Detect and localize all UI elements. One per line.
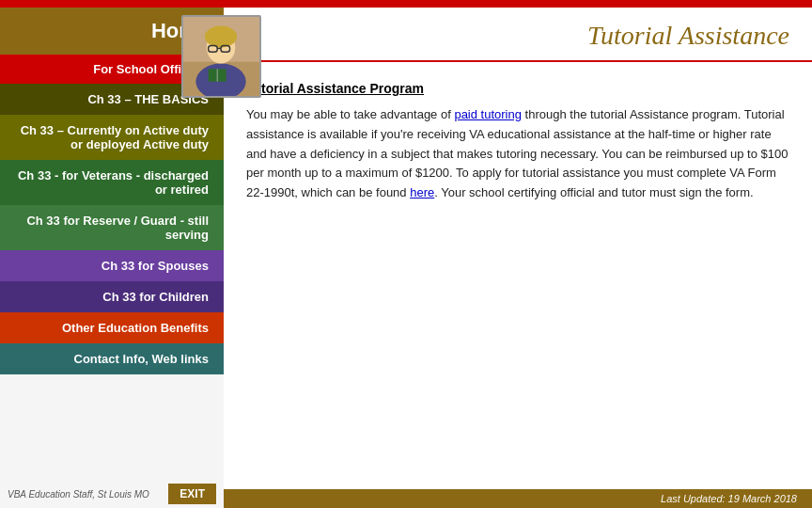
content-area: Tutorial Assistance Tutorial Assistance …: [224, 8, 812, 508]
content-paragraph: You may be able to take advantage of pai…: [246, 105, 789, 203]
main-layout: Home: [0, 8, 812, 508]
svg-point-4: [205, 26, 237, 48]
exit-button[interactable]: EXIT: [168, 484, 216, 504]
sidebar-item-other-education[interactable]: Other Education Benefits: [0, 312, 224, 343]
sidebar-item-ch33-veterans[interactable]: Ch 33 - for Veterans - discharged or ret…: [0, 160, 224, 205]
sidebar-item-contact-info[interactable]: Contact Info, Web links: [0, 343, 224, 374]
sidebar-footer: VBA Education Staff, St Louis MO EXIT: [0, 480, 224, 508]
sidebar: Home: [0, 8, 224, 508]
content-header: Tutorial Assistance: [224, 8, 812, 62]
person-image: [181, 15, 261, 98]
last-updated-text: Last Updated: 19 March 2018: [661, 493, 797, 504]
footer-staff-text: VBA Education Staff, St Louis MO: [8, 489, 168, 500]
here-link[interactable]: here: [410, 185, 434, 199]
paid-tutoring-link[interactable]: paid tutoring: [454, 107, 522, 121]
sidebar-item-ch33-children[interactable]: Ch 33 for Children: [0, 281, 224, 312]
sidebar-item-ch33-reserve[interactable]: Ch 33 for Reserve / Guard - still servin…: [0, 205, 224, 250]
page-title: Tutorial Assistance: [587, 21, 789, 51]
content-section-title: Tutorial Assistance Program: [246, 81, 789, 96]
sidebar-item-ch33-active[interactable]: Ch 33 – Currently on Active duty or depl…: [0, 115, 224, 160]
main-content-body: Tutorial Assistance Program You may be a…: [224, 62, 812, 489]
top-red-bar: [0, 0, 812, 8]
sidebar-item-ch33-spouses[interactable]: Ch 33 for Spouses: [0, 250, 224, 281]
bottom-bar: Last Updated: 19 March 2018: [224, 489, 812, 508]
